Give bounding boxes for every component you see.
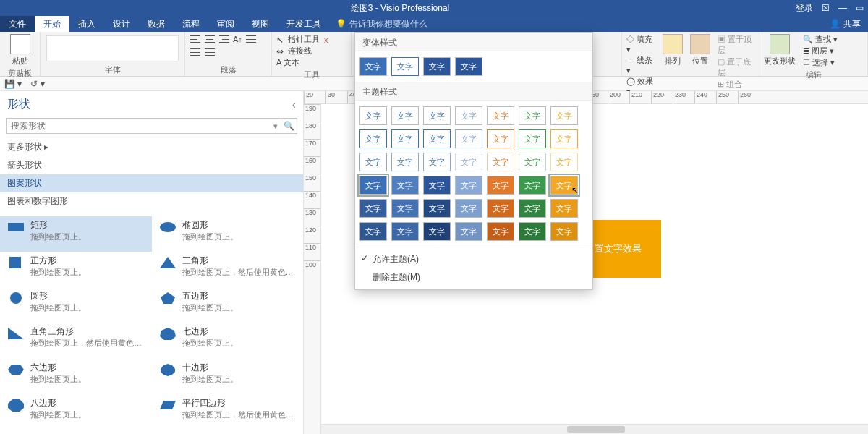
theme-swatch[interactable]: 文字 [455,129,482,148]
search-icon[interactable]: 🔍 [281,119,297,133]
allow-theme-menu[interactable]: 允许主题(A) [355,250,592,268]
theme-swatch[interactable]: 文字 [550,106,578,125]
theme-swatch[interactable]: 文字 [550,153,578,171]
variant-swatch[interactable]: 文字 [391,57,419,76]
theme-swatch[interactable]: 文字 [423,129,451,148]
theme-swatch[interactable]: 文字 [519,222,546,241]
category-item[interactable]: 箭头形状 [0,156,303,174]
bring-front-btn[interactable]: ▣ 置于顶层 [718,34,754,56]
layer-btn[interactable]: ≣ 图层 ▾ [803,46,838,56]
share-button[interactable]: 👤 共享 [822,16,868,32]
align-top-icon[interactable] [245,34,257,44]
category-item[interactable]: 图案形状 [0,174,303,192]
theme-swatch[interactable]: 文字 [359,199,387,218]
theme-swatch[interactable]: 文字 [359,176,387,195]
tab-process[interactable]: 流程 [174,16,208,32]
shape-stencil-item[interactable]: 八边形 拖到绘图页上。 [0,394,152,430]
search-input[interactable] [7,119,271,133]
shape-stencil-item[interactable]: 平行四边形 拖到绘图页上，然后使用黄色方形 [152,394,304,430]
login-link[interactable]: 登录 [796,2,813,14]
send-back-btn[interactable]: ▢ 置于底层 [718,56,754,78]
shape-stencil-item[interactable]: 五边形 拖到绘图页上。 [152,287,304,323]
window-maximize-icon[interactable]: ▭ [856,3,864,13]
theme-swatch[interactable]: 文字 [519,106,546,125]
theme-swatch[interactable]: 文字 [519,129,546,148]
theme-swatch[interactable]: 文字 [455,106,482,125]
connector-icon[interactable]: ⇔ [276,46,284,56]
theme-swatch[interactable]: 文字 [359,129,387,148]
find-btn[interactable]: 🔍 查找 ▾ [803,34,838,45]
shape-stencil-item[interactable]: 椭圆形 拖到绘图页上。 [152,216,304,252]
theme-swatch[interactable]: 文字 [455,153,482,171]
arrange-icon[interactable] [663,34,683,54]
scrollbar-horizontal[interactable] [321,424,868,434]
shape-stencil-item[interactable]: 十边形 拖到绘图页上。 [152,359,304,394]
window-misc-icon[interactable]: ☒ [822,3,830,13]
theme-swatch[interactable]: 文字 [391,176,419,195]
tab-view[interactable]: 视图 [243,16,278,32]
theme-swatch[interactable]: 文字 [487,153,514,171]
theme-swatch[interactable]: 文字 [423,176,451,195]
shape-stencil-item[interactable]: 六边形 拖到绘图页上。 [0,359,152,394]
theme-swatch[interactable]: 文字 [487,176,514,195]
theme-swatch[interactable]: 文字 [423,222,451,241]
theme-swatch[interactable]: 文字 [550,199,578,218]
pointer-icon[interactable]: ↖ [276,35,284,45]
position-icon[interactable] [690,34,710,54]
theme-swatch[interactable]: 文字 [455,222,482,241]
fill-btn[interactable]: ◇ 填充 ▾ [626,34,655,54]
group-btn[interactable]: ⊞ 组合 [718,79,754,90]
search-dropdown-icon[interactable]: ▾ [271,122,281,131]
tab-insert[interactable]: 插入 [69,16,104,32]
align-mid-icon[interactable] [190,47,201,57]
theme-swatch[interactable]: 文字 [487,222,514,241]
collapse-icon[interactable]: ‹ [292,98,296,111]
align-center-icon[interactable] [204,34,216,44]
change-shape-icon[interactable] [770,34,790,54]
tab-home[interactable]: 开始 [35,16,69,32]
tell-me[interactable]: 💡 告诉我你想要做什么 [336,16,427,32]
theme-swatch[interactable]: 文字 [391,106,419,125]
theme-swatch[interactable]: 文字 [423,199,451,218]
shape-stencil-item[interactable]: 三角形 拖到绘图页上，然后使用黄色方形 [152,252,304,287]
undo-icon[interactable]: ↺ ▾ [30,79,44,89]
tab-data[interactable]: 数据 [139,16,174,32]
theme-swatch[interactable]: 文字 [391,153,419,171]
theme-swatch[interactable]: 文字 [519,153,546,171]
scrollbar-thumb[interactable] [567,426,625,433]
theme-swatch[interactable]: 文字 [519,176,546,195]
theme-swatch[interactable]: 文字 [423,153,451,171]
x-icon[interactable]: x [324,35,328,44]
category-item[interactable]: 图表和数字图形 [0,192,303,210]
shape-stencil-item[interactable]: 圆形 拖到绘图页上。 [0,287,152,323]
theme-swatch[interactable]: 文字 [455,199,482,218]
variant-swatch[interactable]: 文字 [423,57,451,76]
category-item[interactable]: 更多形状 ▸ [0,138,303,156]
text-tool[interactable]: A 文本 [276,57,299,68]
tab-dev[interactable]: 开发工具 [278,16,330,32]
theme-swatch[interactable]: 文字 [519,199,546,218]
remove-theme-menu[interactable]: 删除主题(M) [355,268,592,286]
theme-swatch[interactable]: 文字 [487,106,514,125]
shape-stencil-item[interactable]: 直角三角形 拖到绘图页上，然后使用黄色方形 [0,323,152,358]
theme-swatch[interactable]: 文字 [391,222,419,241]
theme-swatch[interactable]: 文字 [550,129,578,148]
theme-swatch[interactable]: 文字 [455,176,482,195]
shape-stencil-item[interactable]: 正方形 拖到绘图页上。 [0,252,152,287]
save-icon[interactable]: 💾 ▾ [4,79,22,89]
tab-design[interactable]: 设计 [104,16,139,32]
theme-swatch[interactable]: 文字 [391,199,419,218]
select-btn[interactable]: ☐ 选择 ▾ [803,57,838,68]
theme-swatch[interactable]: 文字 [423,106,451,125]
align-left-icon[interactable] [190,34,201,44]
align-bot-icon[interactable] [204,47,216,57]
theme-swatch[interactable]: 文字 [391,129,419,148]
theme-swatch[interactable]: 文字 [359,106,387,125]
variant-swatch[interactable]: 文字 [359,57,387,76]
tab-review[interactable]: 审阅 [208,16,243,32]
tab-file[interactable]: 文件 [0,16,35,32]
align-right-icon[interactable] [218,34,230,44]
theme-swatch[interactable]: 文字 [359,222,387,241]
line-btn[interactable]: — 线条 ▾ [626,55,655,75]
theme-swatch[interactable]: 文字 [487,129,514,148]
